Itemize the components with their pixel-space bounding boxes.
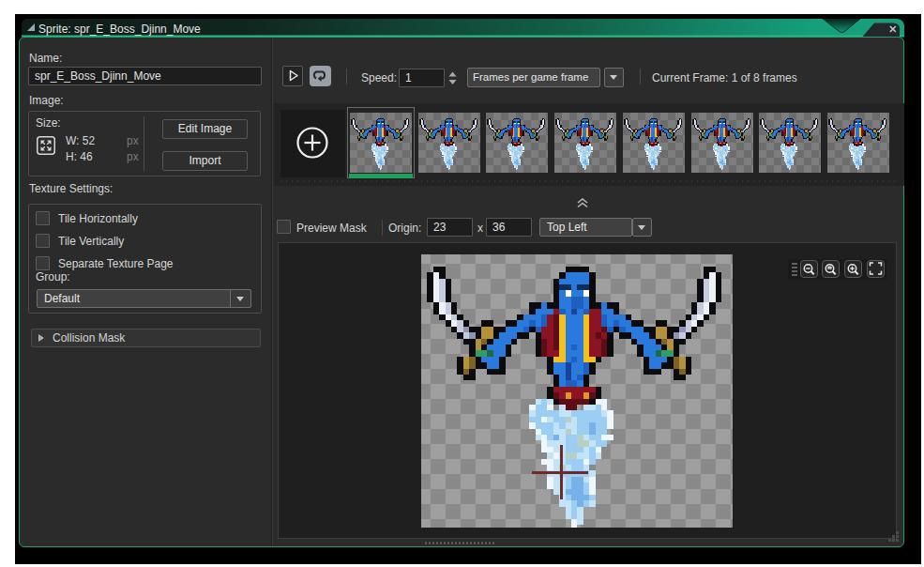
svg-text:Sprite: spr_E_Boss_Djinn_Move: Sprite: spr_E_Boss_Djinn_Move (38, 23, 201, 36)
